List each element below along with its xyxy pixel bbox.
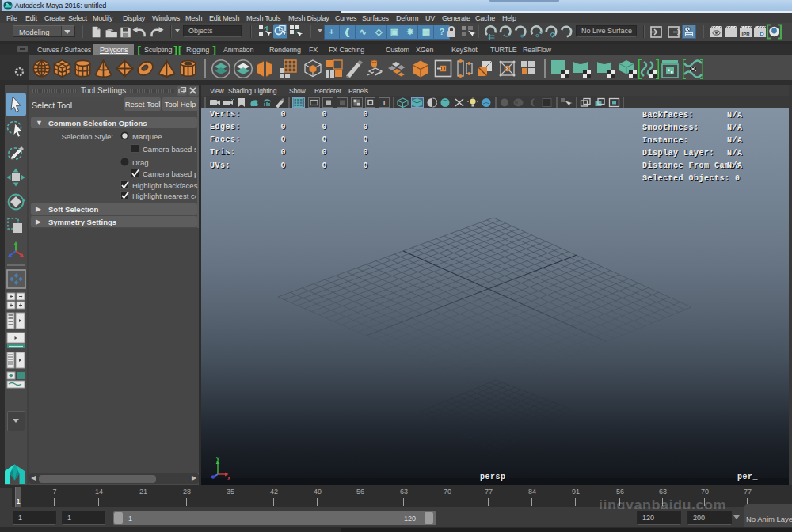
- svg-text:T: T: [382, 99, 386, 107]
- svg-text:IPR: IPR: [741, 32, 750, 36]
- svg-text:x: x: [227, 475, 231, 481]
- svg-text:y: y: [216, 455, 220, 462]
